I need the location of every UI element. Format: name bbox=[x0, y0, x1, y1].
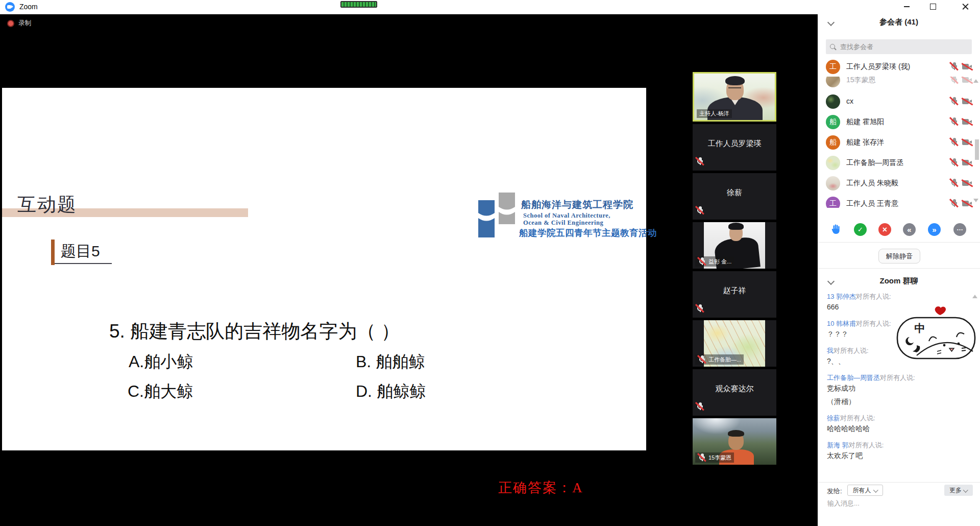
camera-muted-icon bbox=[962, 158, 973, 166]
zoom-app-icon bbox=[5, 2, 15, 12]
chat-message-input[interactable] bbox=[826, 499, 972, 508]
participants-title: 参会者 (41) bbox=[818, 17, 980, 27]
sticker-char: 中 bbox=[915, 322, 925, 334]
video-name-label: 15李蒙恩 bbox=[708, 454, 731, 462]
participant-row[interactable]: cx bbox=[818, 91, 980, 112]
mic-muted-icon bbox=[696, 402, 704, 411]
video-tile-name-only[interactable]: 工作人员罗梁瑛 bbox=[693, 124, 776, 171]
no-button[interactable]: × bbox=[878, 223, 891, 236]
zoom-window: Zoom 录制 互动题 题目5 5. 船建青志队的吉祥物名字为（ ） A.舶小鲸… bbox=[0, 0, 980, 526]
unmute-button[interactable]: 解除静音 bbox=[878, 249, 920, 264]
close-button[interactable] bbox=[950, 0, 980, 13]
video-tile-name-only[interactable]: 赵子祥 bbox=[693, 271, 776, 318]
scroll-down-icon[interactable] bbox=[973, 199, 978, 202]
divider bbox=[818, 268, 980, 269]
participants-scrollbar[interactable] bbox=[975, 139, 979, 160]
chat-sender: 13 郭仲杰 bbox=[827, 293, 856, 300]
mic-muted-icon bbox=[950, 77, 959, 84]
video-tile-photo[interactable]: 益彰 金... bbox=[693, 222, 776, 269]
participant-row[interactable]: 船 船建 霍旭阳 bbox=[818, 112, 980, 132]
mic-muted-icon bbox=[696, 157, 704, 166]
participant-name: cx bbox=[846, 97, 853, 105]
maximize-button[interactable] bbox=[921, 0, 945, 13]
send-to-dropdown[interactable]: 所有人 bbox=[847, 485, 883, 496]
participant-row[interactable]: 工作备胎—周晋丞 bbox=[818, 153, 980, 173]
presentation-slide: 互动题 题目5 5. 船建青志队的吉祥物名字为（ ） A.舶小鲸 B. 舶舶鲸 … bbox=[2, 88, 646, 450]
raise-hand-icon[interactable] bbox=[829, 223, 842, 235]
go-faster-button[interactable]: » bbox=[928, 223, 941, 236]
video-name-label: 徐薪 bbox=[693, 173, 776, 212]
mic-muted-icon bbox=[698, 355, 706, 364]
mic-muted-icon bbox=[950, 199, 959, 208]
school-logo-mark-icon bbox=[476, 193, 517, 240]
video-tile-speaker[interactable]: 主持人-杨洋 bbox=[693, 72, 776, 122]
participant-list: 工 工作人员罗梁瑛 (我) 15李蒙恩 cx 船 船建 霍旭阳 bbox=[818, 57, 980, 208]
camera-muted-icon bbox=[962, 138, 973, 146]
chat-message: 徐薪对所有人说: 哈哈哈哈哈哈 bbox=[827, 413, 954, 434]
chat-sender: 10 韩林甫 bbox=[827, 320, 856, 327]
side-panel: 参会者 (41) 工 工作人员罗梁瑛 (我) 15李蒙恩 cx bbox=[818, 14, 980, 526]
avatar: 船 bbox=[826, 135, 840, 150]
more-reactions-button[interactable]: … bbox=[953, 223, 966, 236]
check-icon: ✓ bbox=[857, 226, 863, 233]
participant-name: 工作人员 王青意 bbox=[846, 199, 898, 208]
more-button[interactable]: 更多 bbox=[944, 485, 973, 496]
avatar bbox=[826, 156, 840, 170]
minimize-button[interactable] bbox=[894, 0, 919, 13]
mic-muted-icon bbox=[950, 62, 959, 71]
avatar bbox=[826, 77, 840, 87]
divider bbox=[818, 242, 980, 243]
video-name-label: 主持人-杨洋 bbox=[699, 110, 729, 117]
participant-row[interactable]: 工 工作人员 王青意 bbox=[818, 194, 980, 208]
participant-row[interactable]: 工作人员 朱晓毅 bbox=[818, 173, 980, 194]
ellipsis-icon: … bbox=[957, 224, 963, 232]
chat-text: （滑稽） bbox=[827, 396, 954, 407]
mic-muted-icon bbox=[950, 137, 959, 147]
recording-indicator: 录制 bbox=[7, 19, 31, 28]
video-tile-name-only[interactable]: 徐薪 bbox=[693, 173, 776, 220]
search-icon bbox=[830, 44, 836, 50]
scroll-up-icon[interactable] bbox=[973, 79, 978, 83]
participant-search-box[interactable] bbox=[826, 39, 972, 54]
mic-muted-icon bbox=[696, 206, 704, 215]
avatar: 工 bbox=[826, 60, 840, 74]
participant-row[interactable]: 工 工作人员罗梁瑛 (我) bbox=[818, 57, 980, 77]
search-input[interactable] bbox=[839, 42, 964, 51]
chat-scroll-up-icon[interactable] bbox=[972, 295, 977, 298]
x-icon: × bbox=[883, 225, 887, 234]
camera-muted-icon bbox=[962, 62, 973, 70]
rewind-icon: « bbox=[907, 225, 911, 234]
participant-row[interactable]: 船 船建 张存洋 bbox=[818, 132, 980, 153]
speaker-face bbox=[726, 80, 744, 100]
title-bar: Zoom bbox=[0, 0, 980, 14]
slide-header: 互动题 bbox=[17, 192, 77, 218]
chat-send-bar: 发给: 所有人 更多 bbox=[818, 485, 980, 498]
mic-muted-icon bbox=[950, 117, 959, 126]
school-logo: 船舶海洋与建筑工程学院 School of Naval Architecture… bbox=[474, 192, 632, 241]
app-title: Zoom bbox=[19, 3, 38, 11]
minimize-icon bbox=[904, 6, 910, 7]
option-b: B. 舶舶鲸 bbox=[356, 351, 425, 373]
yes-button[interactable]: ✓ bbox=[854, 223, 867, 236]
video-name-label: 益彰 金... bbox=[708, 258, 731, 266]
chat-text: 太欢乐了吧 bbox=[827, 450, 954, 461]
school-name-en1: School of Naval Architecture, bbox=[523, 212, 610, 220]
go-slower-button[interactable]: « bbox=[903, 223, 916, 236]
participant-name: 船建 张存洋 bbox=[846, 138, 884, 147]
camera-muted-icon bbox=[962, 179, 973, 187]
close-icon bbox=[962, 4, 969, 10]
video-thumbnail-strip: 主持人-杨洋 工作人员罗梁瑛 徐薪 益彰 金... 赵子祥 工作备胎—... 观… bbox=[693, 72, 776, 465]
camera-muted-icon bbox=[962, 77, 973, 84]
forward-icon: » bbox=[932, 225, 936, 234]
option-a: A.舶小鲸 bbox=[129, 351, 193, 373]
recording-dot-icon bbox=[7, 20, 14, 27]
video-tile-map[interactable]: 工作备胎—... bbox=[693, 320, 776, 367]
video-tile-photo[interactable]: 15李蒙恩 bbox=[693, 418, 776, 465]
video-tile-name-only[interactable]: 观众赛达尔 bbox=[693, 369, 776, 416]
participant-name: 工作备胎—周晋丞 bbox=[846, 158, 903, 168]
mic-muted-icon bbox=[698, 453, 706, 462]
chat-title: Zoom 群聊 bbox=[818, 276, 980, 286]
mic-muted-icon bbox=[950, 178, 959, 187]
participant-row-clipped[interactable]: 15李蒙恩 bbox=[818, 77, 980, 90]
event-name: 船建学院五四青年节主题教育活动 bbox=[519, 227, 657, 239]
